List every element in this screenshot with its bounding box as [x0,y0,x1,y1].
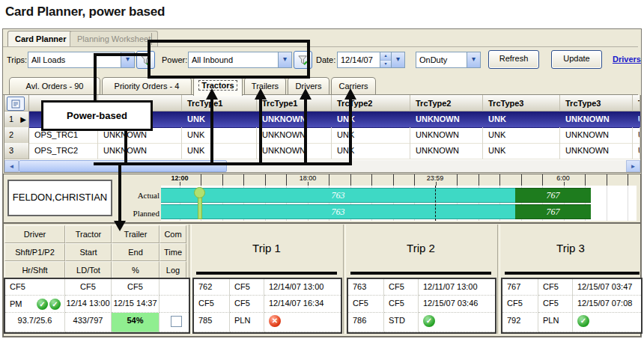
grid-cell[interactable]: UNK [483,143,560,159]
grid-cell[interactable]: UNKNOWN [560,143,633,159]
annotation-line [124,126,127,164]
grid-cell[interactable]: UNK [332,112,410,128]
grid-cell[interactable]: UNK [182,112,257,128]
card-cell: CF5 [65,279,112,296]
shift-cell: PM ✓✓ [5,296,65,313]
power-based-callout: Power-based [41,100,153,131]
card-cell: CF5 [384,296,419,313]
tick-label: 6:00 [555,174,571,182]
card-cell: 786 [348,313,384,332]
grid-cell[interactable]: UNKNOWN [560,112,633,128]
row-number[interactable]: 2 [4,127,29,144]
chevron-down-icon[interactable]: ▾ [391,52,404,67]
annotation-line [94,53,148,56]
update-button[interactable]: Update [551,50,602,69]
drivers-link[interactable]: Drivers [613,55,641,64]
tab-priority-orders[interactable]: Priority Orders - 4 [102,77,192,95]
card-cell [160,313,189,332]
status-cell: ✓ [573,313,641,332]
card-cell: PLN [230,313,264,332]
grid-col-header[interactable]: TrcType1 [182,95,257,112]
grid-cell[interactable]: UNK [332,143,410,159]
grid-col-header[interactable]: TrcType2 [332,95,410,112]
scroll-left-icon[interactable]: ◄ [4,160,19,172]
trip-1-card[interactable]: 762 CF5 12/14/07 13:00 CF5 CF5 12/14/07 … [192,278,342,334]
grid-col-header[interactable]: TrcType1 [257,95,332,112]
card-cell: CF5 [502,296,538,313]
card-cell: 12/14 13:00 [65,296,112,313]
row-number[interactable]: 3 [4,143,29,159]
annotation-line [94,162,352,165]
arrow-to-carriers-tab [344,88,356,100]
grid-col-header[interactable]: TrcType3 [483,95,560,112]
legend-cell: Driver [4,225,65,243]
actual-trip-bar[interactable]: 763 [161,188,515,203]
log-checkbox[interactable] [171,316,182,327]
card-cell: 767 [502,279,538,296]
trip-3-card[interactable]: 767 CF5 12/15/07 03:47 CF5 CF5 12/15/07 … [501,278,643,334]
grid-row[interactable]: 3 OPS_TRC2 UNKNOWN UNK UNKNOWN UNK UNKNO… [4,143,640,159]
legend-cell: Log [160,261,186,279]
legend-cell: Shft/P1/P2 [4,243,65,261]
resource-name-box[interactable]: FELDON,CHRISTIAN [7,180,112,216]
duty-combo[interactable]: OnDuty ▾ [416,52,481,68]
spin-up-icon[interactable]: ▴ [380,52,391,60]
grid-cell[interactable]: UNK [483,127,560,144]
spin-down-icon[interactable]: ▾ [380,60,391,68]
date-field[interactable]: 12/14/07 ▴ ▾ ▾ [337,52,405,68]
grid-cell[interactable]: UNK [182,127,257,144]
scroll-right-icon[interactable]: ► [626,160,640,172]
grid-col-header[interactable]: TrcType3 [560,95,633,112]
trip-2-underline [350,272,491,275]
check-icon: ✓ [49,299,61,310]
tab-planning-worksheet[interactable]: Planning Worksheet [70,31,158,47]
grid-cell[interactable]: UNKNOWN [633,127,640,144]
grid-cell[interactable]: UNK [332,127,410,144]
grid-col-header[interactable]: TrcType4 [633,95,640,112]
card-cell [160,296,189,313]
grid-cell[interactable]: UNKNOWN [633,112,640,128]
trip-3-title: Trip 3 [500,225,641,270]
trip-1-title: Trip 1 [192,225,341,270]
row-number[interactable]: 1▶ [4,112,29,128]
grid-cell[interactable]: UNKNOWN [410,112,483,128]
card-cell [160,279,189,296]
grid-cell[interactable]: UNK [483,112,560,128]
grid-cell[interactable]: UNKNOWN [410,143,483,159]
grid-cell[interactable]: UNKNOWN [257,112,332,128]
refresh-button[interactable]: Refresh [488,50,539,69]
grid-cell[interactable]: UNKNOWN [98,143,182,159]
legend-cell: Com [160,225,186,243]
card-view-icon[interactable] [7,97,25,111]
legend-cell: LD/Tot [65,261,112,279]
tab-avl-orders[interactable]: Avl. Orders - 90 [9,77,100,95]
card-cell: CF5 [230,296,264,313]
grid-cell[interactable]: UNKNOWN [257,143,332,159]
tab-tractors[interactable]: Tractors [193,76,243,96]
tick-label: 12:00 [169,174,189,182]
card-cell: 12/14/07 16:34 [264,296,341,313]
card-cell: 433/797 [65,313,112,332]
grid-cell[interactable]: UNK [182,143,257,159]
grid-cell[interactable]: UNKNOWN [257,127,332,144]
planned-row-label: Planned [115,209,160,218]
grid-cell[interactable]: UNKNOWN [410,127,483,144]
arrow-to-trailers-tab [255,88,267,100]
tab-card-planner[interactable]: Card Planner [7,31,73,47]
card-cell: PLN [538,313,573,332]
trip-2-card[interactable]: 763 CF5 12/11/07 13:00 CF5 CF5 12/15/07 … [347,278,496,334]
planned-trip-bar[interactable]: 767 [515,204,591,219]
card-cell: 763 [348,279,384,296]
planned-trip-bar[interactable]: 763 [161,204,515,219]
grid-cell[interactable]: UNKNOWN [560,127,633,144]
grid-cell[interactable]: OPS_TRC2 [29,143,98,159]
grid-col-header[interactable]: TrcType2 [410,95,483,112]
chevron-down-icon[interactable]: ▾ [467,52,480,67]
card-cell: 762 [194,279,230,296]
legend-cell: Hr/Shft [4,261,65,279]
annotation-line [349,98,352,162]
date-spinner[interactable]: ▴ ▾ [380,52,391,67]
actual-trip-bar[interactable]: 767 [515,188,591,203]
driver-card[interactable]: CF5 CF5 CF5 PM ✓✓ 12/14 13:00 12/15 14:3… [4,278,190,334]
grid-cell[interactable]: UNKNOWN [633,143,640,159]
